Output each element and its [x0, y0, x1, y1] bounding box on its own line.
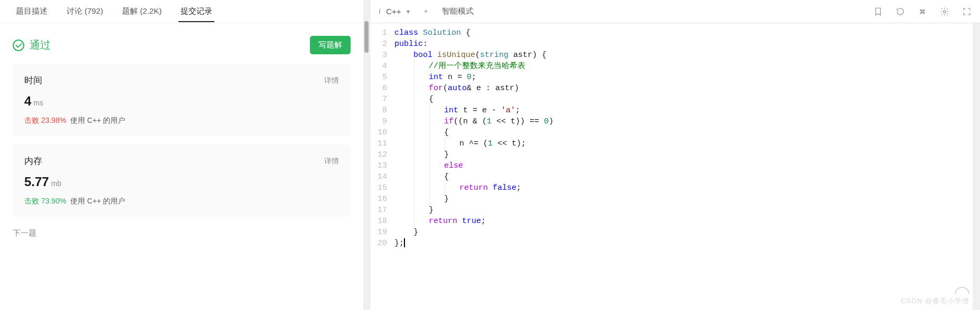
editor-scrollbar[interactable]	[973, 23, 980, 310]
code-content[interactable]: class Solution {public: bool isUnique(st…	[394, 27, 980, 310]
tab-submissions[interactable]: 提交记录	[171, 1, 222, 22]
write-solution-button[interactable]: 写题解	[310, 36, 351, 54]
left-scrollbar-thumb[interactable]	[364, 21, 369, 53]
separator-dot	[425, 10, 427, 13]
status-passed: 通过	[13, 38, 51, 52]
time-value: 4	[24, 94, 31, 108]
time-title: 时间	[24, 74, 42, 86]
time-beat-pct: 23.98%	[41, 116, 66, 124]
info-icon[interactable]: i	[379, 7, 381, 16]
code-editor[interactable]: 1234567891011121314151617181920 class So…	[370, 23, 980, 310]
memory-beat-tail: 使用 C++ 的用户	[70, 197, 125, 205]
time-beat-tail: 使用 C++ 的用户	[70, 116, 125, 124]
memory-unit: mb	[51, 179, 61, 188]
submission-panel: 通过 写题解 时间 详情 4ms 击败 23.98% 使用 C++ 的用户	[0, 23, 363, 310]
memory-value: 5.77	[24, 175, 49, 189]
time-card: 时间 详情 4ms 击败 23.98% 使用 C++ 的用户	[13, 64, 351, 136]
memory-beat-pct: 73.90%	[41, 197, 66, 205]
text-cursor	[404, 238, 405, 247]
chevron-down-icon[interactable]: ▾	[407, 8, 410, 15]
time-unit: ms	[33, 99, 43, 107]
problem-tabs: 题目描述 讨论 (792) 题解 (2.2K) 提交记录	[0, 0, 363, 23]
memory-title: 内存	[24, 155, 42, 167]
reset-icon[interactable]	[896, 7, 905, 16]
settings-icon[interactable]	[940, 7, 949, 16]
editor-header: i C++ ▾ 智能模式	[370, 0, 980, 23]
watermark-text: CSDN @卷毛小学僧	[901, 296, 969, 306]
check-icon	[13, 40, 24, 51]
tab-solutions[interactable]: 题解 (2.2K)	[112, 1, 171, 22]
next-question-link[interactable]: 下一题	[13, 225, 351, 241]
keyboard-shortcut-icon[interactable]	[918, 7, 927, 16]
memory-card: 内存 详情 5.77mb 击败 73.90% 使用 C++ 的用户	[13, 144, 351, 217]
time-detail-link[interactable]: 详情	[324, 76, 339, 85]
time-beat-label: 击败	[24, 116, 39, 124]
left-scrollbar[interactable]	[363, 0, 370, 310]
memory-beat-label: 击败	[24, 197, 39, 205]
language-selector[interactable]: C++	[386, 7, 401, 16]
bookmark-icon[interactable]	[873, 7, 883, 16]
fullscreen-icon[interactable]	[962, 7, 972, 16]
svg-point-0	[944, 10, 946, 13]
status-text: 通过	[30, 38, 51, 52]
tab-discussion[interactable]: 讨论 (792)	[57, 1, 112, 22]
line-gutter: 1234567891011121314151617181920	[370, 27, 394, 310]
memory-detail-link[interactable]: 详情	[324, 157, 339, 166]
tab-description[interactable]: 题目描述	[6, 1, 57, 22]
editor-mode[interactable]: 智能模式	[442, 6, 474, 16]
